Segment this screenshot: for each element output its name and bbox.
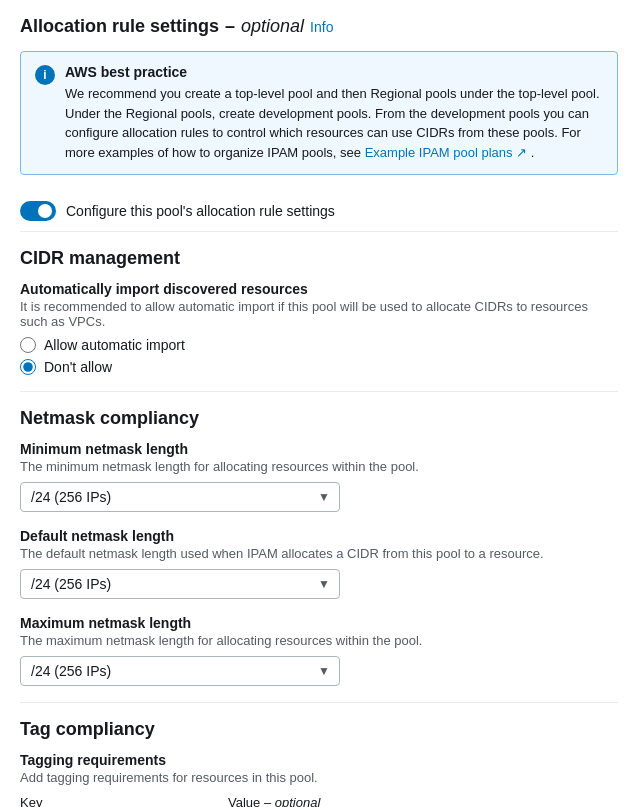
auto-import-desc: It is recommended to allow automatic imp… bbox=[20, 299, 618, 329]
minimum-netmask-select[interactable]: /24 (256 IPs) /16 (65536 IPs) /8 bbox=[20, 482, 340, 512]
auto-import-title: Automatically import discovered resource… bbox=[20, 281, 618, 297]
info-box: i AWS best practice We recommend you cre… bbox=[20, 51, 618, 175]
default-netmask-desc: The default netmask length used when IPA… bbox=[20, 546, 618, 561]
example-ipam-link[interactable]: Example IPAM pool plans ↗ bbox=[365, 145, 531, 160]
configure-toggle-row: Configure this pool's allocation rule se… bbox=[20, 191, 618, 232]
tag-section-title: Tag compliancy bbox=[20, 719, 618, 740]
maximum-netmask-title: Maximum netmask length bbox=[20, 615, 618, 631]
info-icon: i bbox=[35, 65, 55, 85]
minimum-netmask-select-wrapper: /24 (256 IPs) /16 (65536 IPs) /8 ▼ bbox=[20, 482, 340, 512]
key-col-header: Key bbox=[20, 795, 220, 807]
cidr-management-section: CIDR management Automatically import dis… bbox=[20, 248, 618, 375]
default-netmask-title: Default netmask length bbox=[20, 528, 618, 544]
cidr-section-title: CIDR management bbox=[20, 248, 618, 269]
divider-1 bbox=[20, 391, 618, 392]
default-netmask-select-wrapper: /24 (256 IPs) /16 (65536 IPs) /8 ▼ bbox=[20, 569, 340, 599]
tag-header-row: Key Value – optional bbox=[20, 795, 618, 807]
auto-import-subsection: Automatically import discovered resource… bbox=[20, 281, 618, 375]
toggle-switch[interactable] bbox=[20, 201, 56, 221]
tagging-requirements-desc: Add tagging requirements for resources i… bbox=[20, 770, 618, 785]
title-optional: optional bbox=[241, 16, 304, 37]
netmask-section-title: Netmask compliancy bbox=[20, 408, 618, 429]
info-box-title: AWS best practice bbox=[65, 64, 603, 80]
minimum-netmask-title: Minimum netmask length bbox=[20, 441, 618, 457]
tag-compliancy-section: Tag compliancy Tagging requirements Add … bbox=[20, 719, 618, 807]
val-col-header: Value – optional bbox=[228, 795, 428, 807]
minimum-netmask-subsection: Minimum netmask length The minimum netma… bbox=[20, 441, 618, 512]
page-title: Allocation rule settings – optional Info bbox=[20, 16, 618, 37]
default-netmask-subsection: Default netmask length The default netma… bbox=[20, 528, 618, 599]
maximum-netmask-select[interactable]: /24 (256 IPs) /16 (65536 IPs) /8 bbox=[20, 656, 340, 686]
title-text: Allocation rule settings bbox=[20, 16, 219, 37]
radio-dont-allow[interactable]: Don't allow bbox=[20, 359, 618, 375]
info-link[interactable]: Info bbox=[310, 19, 333, 35]
minimum-netmask-desc: The minimum netmask length for allocatin… bbox=[20, 459, 618, 474]
radio-allow[interactable]: Allow automatic import bbox=[20, 337, 618, 353]
auto-import-radio-group: Allow automatic import Don't allow bbox=[20, 337, 618, 375]
toggle-label: Configure this pool's allocation rule se… bbox=[66, 203, 335, 219]
divider-2 bbox=[20, 702, 618, 703]
info-box-text: We recommend you create a top-level pool… bbox=[65, 84, 603, 162]
maximum-netmask-subsection: Maximum netmask length The maximum netma… bbox=[20, 615, 618, 686]
info-box-content: AWS best practice We recommend you creat… bbox=[65, 64, 603, 162]
default-netmask-select[interactable]: /24 (256 IPs) /16 (65536 IPs) /8 bbox=[20, 569, 340, 599]
tagging-requirements-title: Tagging requirements bbox=[20, 752, 618, 768]
maximum-netmask-desc: The maximum netmask length for allocatin… bbox=[20, 633, 618, 648]
tagging-requirements-subsection: Tagging requirements Add tagging require… bbox=[20, 752, 618, 807]
maximum-netmask-select-wrapper: /24 (256 IPs) /16 (65536 IPs) /8 ▼ bbox=[20, 656, 340, 686]
netmask-compliancy-section: Netmask compliancy Minimum netmask lengt… bbox=[20, 408, 618, 686]
